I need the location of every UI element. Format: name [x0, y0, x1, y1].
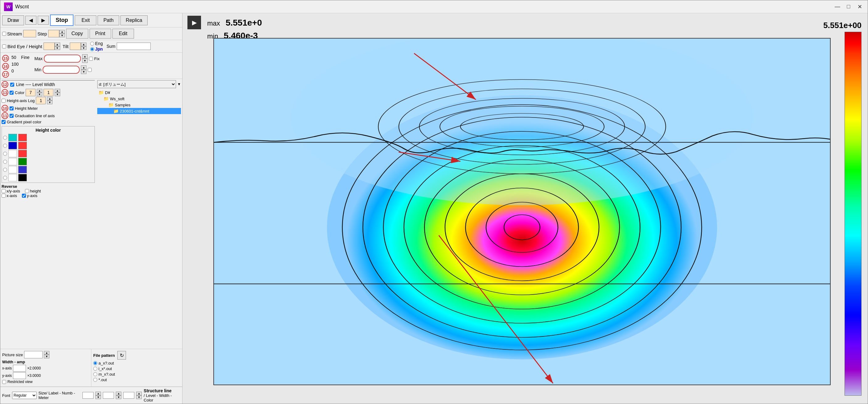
sum-value-input[interactable]: 0.000e+00: [117, 42, 151, 50]
bird-eye-checkbox[interactable]: [2, 44, 6, 48]
color-swatch-green[interactable]: [18, 158, 27, 165]
color-down-btn[interactable]: ▼: [37, 93, 42, 96]
stop-button[interactable]: Stop: [50, 14, 73, 26]
yaxis-val1-input[interactable]: 1.0: [13, 372, 26, 379]
color-swatch-blue2[interactable]: [18, 166, 27, 173]
maximize-button[interactable]: □: [844, 2, 853, 11]
restricted-view-checkbox[interactable]: [2, 380, 6, 384]
x-axis-checkbox[interactable]: [2, 194, 5, 198]
color-swatch-white3[interactable]: [8, 166, 17, 173]
height-log-checkbox[interactable]: [2, 99, 5, 103]
close-button[interactable]: ✕: [855, 2, 864, 11]
height-up-button[interactable]: ▲: [55, 42, 60, 46]
tree-item-wssoft[interactable]: 📁 Ws_soft: [97, 96, 181, 102]
tree-item-samples[interactable]: 📁 Samples: [97, 102, 181, 108]
step-value-input[interactable]: 1: [48, 30, 59, 37]
step-down-button[interactable]: ▼: [59, 34, 65, 37]
nav-next-button[interactable]: ▶: [38, 16, 49, 25]
exit-button[interactable]: Exit: [75, 15, 96, 25]
path-dropdown[interactable]: d: [ボリューム]: [97, 80, 176, 88]
font-meter-size[interactable]: 18: [123, 392, 134, 399]
copy-button[interactable]: Copy: [66, 29, 88, 39]
color-checkbox[interactable]: [9, 91, 13, 95]
max-value-input[interactable]: 5.551e+00: [44, 55, 81, 63]
font-label-down[interactable]: ▼: [95, 395, 101, 399]
color-swatch-white1[interactable]: [8, 150, 17, 157]
pic-down-btn[interactable]: ▼: [44, 355, 50, 358]
color-swatch-white2[interactable]: [8, 158, 17, 165]
fpattern-radio-3[interactable]: [93, 372, 97, 376]
height-value-input[interactable]: 20: [43, 42, 55, 50]
file-pattern-all[interactable]: *.out: [93, 377, 180, 382]
xaxis-val1-input[interactable]: 1.0: [13, 365, 26, 372]
min-fix-checkbox[interactable]: [88, 68, 92, 72]
max-up-btn[interactable]: ▲: [82, 54, 88, 59]
color-swatch-cyan[interactable]: [8, 134, 17, 141]
replica-button[interactable]: Replica: [120, 15, 147, 25]
font-numb-down[interactable]: ▼: [116, 395, 121, 399]
color-swatch-black[interactable]: [18, 174, 27, 181]
min-up-btn[interactable]: ▲: [81, 65, 87, 70]
fpattern-radio-4[interactable]: [93, 378, 97, 382]
jpn-radio[interactable]: [90, 47, 94, 51]
font-meter-up[interactable]: ▲: [136, 392, 142, 395]
min-value-input[interactable]: 5.460e-03: [42, 66, 80, 74]
eng-radio[interactable]: [90, 42, 94, 46]
stream-checkbox[interactable]: [2, 32, 6, 36]
gradient-checkbox[interactable]: [2, 120, 5, 124]
minimize-button[interactable]: —: [833, 2, 842, 11]
font-meter-down[interactable]: ▼: [136, 395, 142, 399]
min-down-btn[interactable]: ▼: [81, 70, 87, 74]
print-button[interactable]: Print: [90, 29, 111, 39]
color-swatch-blue[interactable]: [8, 142, 17, 149]
color-w-up-btn[interactable]: ▲: [55, 89, 60, 93]
height-meter-checkbox[interactable]: [9, 106, 13, 110]
picture-size-input[interactable]: 100: [24, 351, 42, 358]
color-swatch-red3[interactable]: [18, 150, 27, 157]
font-label-up[interactable]: ▲: [95, 392, 101, 395]
fpattern-radio-2[interactable]: [93, 367, 97, 371]
max-fix-checkbox[interactable]: [89, 57, 93, 61]
file-pattern-ax[interactable]: a_x?.out: [93, 361, 180, 365]
color-width-input[interactable]: [43, 89, 54, 96]
file-pattern-mx[interactable]: m_x?.out: [93, 372, 180, 376]
tilt-value-input[interactable]: 30: [70, 42, 81, 50]
hcolor-radio-2[interactable]: [3, 144, 7, 148]
hcolor-radio-1[interactable]: [3, 136, 7, 140]
height-log-val-input[interactable]: [36, 97, 46, 104]
pic-up-btn[interactable]: ▲: [44, 351, 50, 355]
file-pattern-ix[interactable]: i_x*.out: [93, 366, 180, 371]
hcolor-radio-5[interactable]: [3, 168, 7, 172]
color-level-input[interactable]: [26, 89, 35, 96]
draw-button[interactable]: Draw: [2, 15, 24, 25]
step-up-button[interactable]: ▲: [59, 30, 65, 34]
refresh-button[interactable]: ↻: [117, 351, 126, 360]
color-swatch-white4[interactable]: [8, 174, 17, 181]
max-down-btn[interactable]: ▼: [82, 59, 88, 63]
y-axis-checkbox[interactable]: [22, 194, 26, 198]
font-numb-size[interactable]: 20: [103, 392, 114, 399]
hlog-down-btn[interactable]: ▼: [47, 101, 53, 104]
hcolor-radio-3[interactable]: [3, 152, 7, 156]
play-button[interactable]: ▶: [187, 16, 201, 29]
hlog-up-btn[interactable]: ▲: [47, 97, 53, 101]
line-checkbox[interactable]: [10, 82, 14, 87]
height-reverse-checkbox[interactable]: [25, 189, 29, 193]
xy-axis-checkbox[interactable]: [2, 189, 5, 193]
tilt-up-button[interactable]: ▲: [81, 42, 87, 46]
font-select[interactable]: Regular: [12, 392, 37, 399]
graduation-checkbox[interactable]: [9, 114, 13, 118]
color-w-down-btn[interactable]: ▼: [55, 93, 60, 96]
height-down-button[interactable]: ▼: [55, 46, 60, 50]
fpattern-radio-1[interactable]: [93, 361, 97, 365]
tree-item-d[interactable]: 📁 D¥: [97, 90, 181, 96]
color-swatch-red1[interactable]: [18, 134, 27, 141]
tilt-down-button[interactable]: ▼: [81, 46, 87, 50]
edit-button[interactable]: Edit: [113, 29, 134, 39]
font-label-size[interactable]: 23: [83, 392, 94, 399]
tree-item-230601[interactable]: 📁 230601-cnt&mnt: [97, 108, 181, 114]
hcolor-radio-6[interactable]: [3, 176, 7, 180]
color-swatch-red2[interactable]: [18, 142, 27, 149]
path-button[interactable]: Path: [98, 15, 119, 25]
hcolor-radio-4[interactable]: [3, 160, 7, 164]
